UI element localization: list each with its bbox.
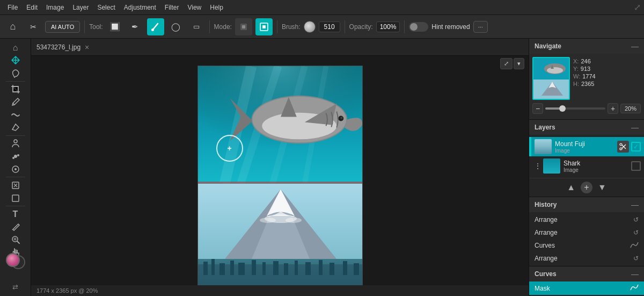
tab-close-button[interactable]: × — [85, 43, 89, 52]
tool-person[interactable] — [7, 138, 24, 150]
tool-rect2[interactable] — [7, 192, 24, 204]
zoom-slider-thumb[interactable] — [559, 105, 566, 112]
zoom-out-button[interactable]: − — [532, 103, 543, 114]
home-button[interactable]: ⌂ — [4, 18, 21, 35]
tool-brush-icon[interactable] — [147, 18, 164, 35]
brush-size-value[interactable]: 510 — [319, 21, 340, 32]
svg-point-50 — [620, 143, 622, 146]
tool-paintbrush[interactable] — [7, 96, 24, 108]
foreground-color-swatch[interactable] — [6, 253, 20, 267]
opacity-value[interactable]: 100% — [376, 21, 400, 32]
history-header: History — — [529, 197, 644, 212]
canvas-area[interactable]: 53473276_l.jpg × ⤢ ▾ — [31, 39, 529, 296]
layer-type-fuji: Image — [555, 148, 614, 154]
tool-type[interactable]: T — [7, 208, 24, 220]
history-title: History — [535, 201, 557, 208]
menu-filter[interactable]: Filter — [160, 0, 184, 15]
layer-icons-fuji: ✓ — [617, 141, 641, 153]
tool-home[interactable]: ⌂ — [7, 42, 24, 54]
shark-layer: + — [198, 66, 362, 184]
tool-circle-settings[interactable] — [7, 163, 24, 175]
main-area: ⌂ — [0, 39, 644, 296]
menu-adjustment[interactable]: Adjustment — [120, 0, 160, 15]
tool-eraser[interactable] — [7, 121, 24, 133]
layer-row-shark[interactable]: ⋮⋮ Shark Image — [529, 156, 644, 176]
svg-rect-42 — [354, 263, 359, 275]
layer-thumb-fuji — [535, 139, 552, 154]
tool-move[interactable] — [7, 55, 24, 67]
tool-pen-icon[interactable]: ✒ — [127, 18, 144, 35]
layer-down-button[interactable]: ▼ — [598, 183, 606, 192]
menu-file[interactable]: File — [3, 0, 22, 15]
layer-visibility-fuji[interactable]: ✓ — [631, 142, 641, 151]
svg-point-5 — [14, 140, 17, 143]
layer-row-fuji[interactable]: Mount Fuji Image ✓ — [531, 137, 644, 156]
svg-rect-12 — [12, 195, 19, 201]
layer-add-button[interactable]: + — [581, 182, 592, 193]
svg-rect-32 — [238, 263, 245, 275]
toolbar-separator-2 — [209, 20, 210, 33]
curves-title: Curves — [535, 270, 557, 278]
zoom-in-button[interactable]: + — [608, 103, 618, 114]
layer-visibility-shark[interactable] — [631, 161, 641, 171]
history-icon-3: ↺ — [633, 255, 639, 262]
mode-icon-2[interactable] — [255, 18, 273, 35]
menu-edit[interactable]: Edit — [22, 0, 42, 15]
status-bar: 1774 x 2365 px @ 20% — [31, 285, 529, 296]
curves-collapse-button[interactable]: — — [631, 270, 639, 278]
tool-pen2[interactable] — [7, 221, 24, 233]
coord-y-row: Y: 913 — [573, 66, 596, 72]
tool-stamp2[interactable] — [7, 179, 24, 191]
menu-view[interactable]: View — [183, 0, 206, 15]
more-button[interactable]: ··· — [473, 21, 488, 33]
menu-layer[interactable]: Layer — [68, 0, 93, 15]
navigate-collapse-button[interactable]: — — [631, 42, 639, 50]
tool-blob[interactable] — [7, 150, 24, 162]
layer-up-button[interactable]: ▲ — [567, 183, 575, 192]
navigate-header: Navigate — — [529, 39, 644, 54]
hint-toggle[interactable] — [409, 22, 428, 32]
svg-point-7 — [17, 154, 19, 156]
mode-label: Mode: — [214, 23, 232, 31]
svg-point-24 — [340, 117, 342, 119]
menu-help[interactable]: Help — [206, 0, 228, 15]
tool-stamp-icon[interactable]: 🔲 — [106, 18, 123, 35]
left-toolbar: ⌂ — [0, 39, 31, 296]
tool-switch[interactable]: ⇄ — [7, 281, 24, 293]
layer-name-shark: Shark — [564, 160, 628, 167]
history-name-1: Arrange — [535, 229, 558, 236]
layer-drag-handle: ⋮⋮ — [535, 162, 538, 170]
history-collapse-button[interactable]: — — [631, 200, 639, 209]
svg-point-0 — [151, 28, 154, 31]
history-row-2[interactable]: Curves — [529, 239, 644, 252]
layer-scissors-icon[interactable] — [617, 141, 629, 153]
layers-actions: ▲ + ▼ — [529, 178, 644, 197]
menu-image[interactable]: Image — [42, 0, 68, 15]
mode-icon-1[interactable] — [235, 18, 252, 35]
history-row-1[interactable]: Arrange ↺ — [529, 226, 644, 239]
curves-mask-icon — [630, 284, 639, 292]
tool-zoom[interactable] — [7, 234, 24, 246]
zoom-slider[interactable] — [545, 107, 605, 110]
tool-crop[interactable] — [7, 84, 24, 96]
svg-point-48 — [547, 67, 563, 74]
svg-rect-35 — [273, 261, 279, 275]
zoom-value[interactable]: 20% — [620, 104, 641, 113]
ai-auto-button[interactable]: AI AUTO — [45, 21, 80, 33]
history-row-3[interactable]: Arrange ↺ — [529, 252, 644, 265]
tool-rect-icon[interactable]: ▭ — [188, 18, 205, 35]
curves-mask-row[interactable]: Mask — [529, 281, 644, 295]
svg-rect-41 — [343, 261, 347, 275]
tool-wave[interactable] — [7, 109, 24, 121]
tool-select-icon[interactable]: ◯ — [167, 18, 185, 35]
expand-dropdown-button[interactable]: ▾ — [514, 58, 524, 69]
layers-collapse-button[interactable]: — — [631, 123, 639, 132]
svg-rect-4 — [262, 25, 266, 28]
canvas-image[interactable]: + — [197, 66, 363, 296]
tool-lasso[interactable] — [7, 67, 24, 79]
history-row-0[interactable]: Arrange ↺ — [529, 213, 644, 226]
menu-select[interactable]: Select — [93, 0, 119, 15]
cut-button[interactable]: ✂ — [25, 18, 42, 35]
expand-button[interactable]: ⤢ — [500, 58, 513, 69]
navigate-title: Navigate — [535, 42, 561, 50]
